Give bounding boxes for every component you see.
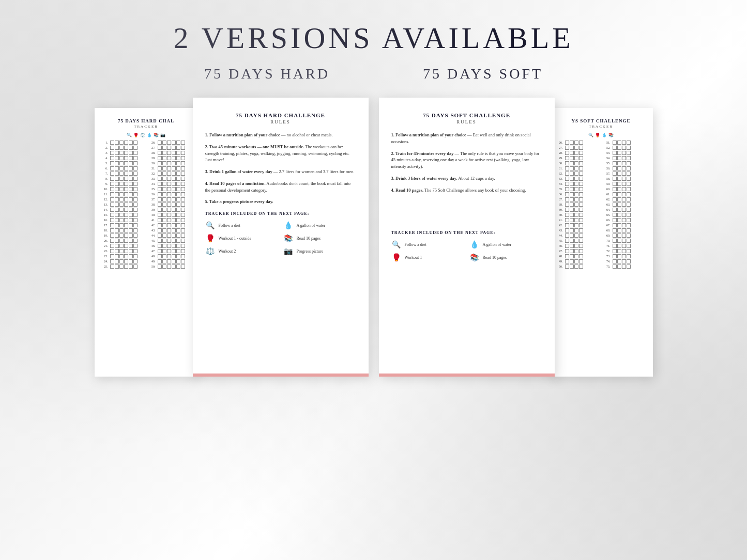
checkbox[interactable] (579, 172, 583, 176)
checkbox[interactable] (181, 172, 185, 176)
checkbox[interactable] (129, 187, 133, 191)
checkbox[interactable] (167, 177, 171, 181)
checkbox[interactable] (133, 208, 138, 212)
checkbox[interactable] (617, 265, 621, 269)
checkbox[interactable] (133, 228, 138, 232)
checkbox[interactable] (124, 223, 128, 227)
checkbox[interactable] (181, 151, 185, 155)
checkbox[interactable] (129, 249, 133, 253)
checkbox[interactable] (158, 187, 162, 191)
checkbox[interactable] (167, 182, 171, 186)
checkbox[interactable] (162, 228, 166, 232)
checkbox[interactable] (579, 223, 583, 227)
checkbox[interactable] (119, 203, 124, 207)
checkbox[interactable] (579, 234, 583, 238)
checkbox[interactable] (119, 249, 124, 253)
checkbox[interactable] (570, 197, 574, 201)
checkbox[interactable] (565, 187, 569, 191)
checkbox[interactable] (565, 172, 569, 176)
checkbox[interactable] (110, 234, 114, 238)
checkbox[interactable] (115, 213, 119, 217)
checkbox[interactable] (158, 223, 162, 227)
checkbox[interactable] (172, 265, 176, 269)
checkbox[interactable] (115, 234, 119, 238)
checkbox[interactable] (115, 239, 119, 243)
checkbox[interactable] (579, 259, 583, 263)
checkbox[interactable] (570, 192, 574, 196)
checkbox[interactable] (613, 192, 617, 196)
checkbox[interactable] (133, 265, 138, 269)
checkbox[interactable] (162, 172, 166, 176)
checkbox[interactable] (574, 166, 578, 170)
checkbox[interactable] (622, 172, 626, 176)
checkbox[interactable] (579, 254, 583, 258)
checkbox[interactable] (124, 228, 128, 232)
checkbox[interactable] (565, 254, 569, 258)
checkbox[interactable] (162, 182, 166, 186)
checkbox[interactable] (133, 203, 138, 207)
checkbox[interactable] (158, 239, 162, 243)
checkbox[interactable] (579, 141, 583, 145)
checkbox[interactable] (115, 218, 119, 222)
checkbox[interactable] (622, 161, 626, 165)
checkbox[interactable] (176, 218, 180, 222)
checkbox[interactable] (115, 161, 119, 165)
checkbox[interactable] (570, 208, 574, 212)
checkbox[interactable] (110, 208, 114, 212)
checkbox[interactable] (119, 234, 124, 238)
checkbox[interactable] (129, 265, 133, 269)
checkbox[interactable] (129, 228, 133, 232)
checkbox[interactable] (119, 172, 124, 176)
checkbox[interactable] (158, 161, 162, 165)
checkbox[interactable] (167, 249, 171, 253)
checkbox[interactable] (115, 208, 119, 212)
checkbox[interactable] (579, 218, 583, 222)
checkbox[interactable] (565, 244, 569, 248)
checkbox[interactable] (158, 265, 162, 269)
checkbox[interactable] (622, 151, 626, 155)
checkbox[interactable] (622, 177, 626, 181)
checkbox[interactable] (115, 249, 119, 253)
checkbox[interactable] (133, 259, 138, 263)
checkbox[interactable] (613, 218, 617, 222)
checkbox[interactable] (181, 234, 185, 238)
checkbox[interactable] (167, 166, 171, 170)
checkbox[interactable] (167, 265, 171, 269)
checkbox[interactable] (574, 228, 578, 232)
checkbox[interactable] (158, 254, 162, 258)
checkbox[interactable] (617, 223, 621, 227)
checkbox[interactable] (617, 254, 621, 258)
checkbox[interactable] (622, 208, 626, 212)
checkbox[interactable] (115, 182, 119, 186)
checkbox[interactable] (124, 151, 128, 155)
checkbox[interactable] (565, 259, 569, 263)
checkbox[interactable] (181, 249, 185, 253)
checkbox[interactable] (162, 254, 166, 258)
checkbox[interactable] (617, 228, 621, 232)
checkbox[interactable] (613, 172, 617, 176)
checkbox[interactable] (119, 187, 124, 191)
checkbox[interactable] (124, 177, 128, 181)
checkbox[interactable] (133, 249, 138, 253)
checkbox[interactable] (158, 146, 162, 150)
checkbox[interactable] (133, 239, 138, 243)
checkbox[interactable] (622, 146, 626, 150)
checkbox[interactable] (176, 223, 180, 227)
checkbox[interactable] (570, 213, 574, 217)
checkbox[interactable] (574, 151, 578, 155)
checkbox[interactable] (622, 265, 626, 269)
checkbox[interactable] (181, 161, 185, 165)
checkbox[interactable] (565, 192, 569, 196)
checkbox[interactable] (181, 265, 185, 269)
checkbox[interactable] (565, 161, 569, 165)
checkbox[interactable] (133, 197, 138, 201)
checkbox[interactable] (129, 208, 133, 212)
checkbox[interactable] (119, 218, 124, 222)
checkbox[interactable] (110, 213, 114, 217)
checkbox[interactable] (627, 156, 631, 160)
checkbox[interactable] (181, 187, 185, 191)
checkbox[interactable] (129, 177, 133, 181)
checkbox[interactable] (167, 161, 171, 165)
checkbox[interactable] (167, 213, 171, 217)
checkbox[interactable] (565, 213, 569, 217)
